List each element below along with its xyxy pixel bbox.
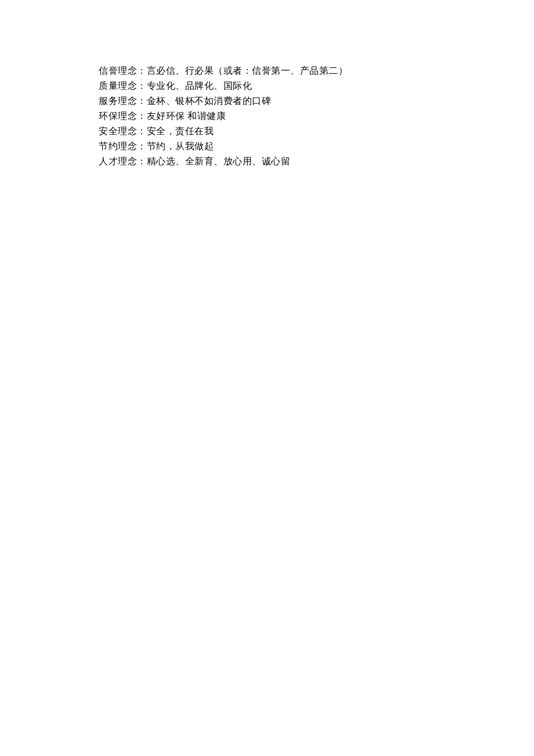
- concept-text: 言必信、行必果（或者：信誉第一、产品第二）: [147, 66, 348, 75]
- concept-line: 环保理念：友好环保 和谐健康: [99, 109, 459, 123]
- concept-line: 人才理念：精心选、全新育、放心用、诚心留: [99, 154, 459, 168]
- concept-line: 质量理念：专业化、品牌化、国际化: [99, 79, 459, 93]
- concept-text: 专业化、品牌化、国际化: [147, 81, 252, 91]
- concept-text: 金杯、银杯不如消费者的口碑: [147, 96, 272, 106]
- concept-line: 信誉理念：言必信、行必果（或者：信誉第一、产品第二）: [99, 64, 459, 78]
- document-body: 信誉理念：言必信、行必果（或者：信誉第一、产品第二） 质量理念：专业化、品牌化、…: [0, 0, 534, 168]
- concept-text: 节约，从我做起: [147, 141, 214, 151]
- concept-label: 质量理念：: [99, 81, 147, 91]
- concept-line: 服务理念：金杯、银杯不如消费者的口碑: [99, 94, 459, 108]
- concept-label: 服务理念：: [99, 96, 147, 106]
- concept-label: 安全理念：: [99, 126, 147, 136]
- concept-text: 安全，责任在我: [147, 126, 214, 136]
- concept-label: 信誉理念：: [99, 66, 147, 75]
- concept-text: 友好环保 和谐健康: [147, 111, 226, 121]
- concept-text: 精心选、全新育、放心用、诚心留: [147, 156, 291, 166]
- concept-line: 节约理念：节约，从我做起: [99, 139, 459, 153]
- concept-label: 环保理念：: [99, 111, 147, 121]
- concept-label: 节约理念：: [99, 141, 147, 151]
- concept-line: 安全理念：安全，责任在我: [99, 124, 459, 138]
- concept-label: 人才理念：: [99, 156, 147, 166]
